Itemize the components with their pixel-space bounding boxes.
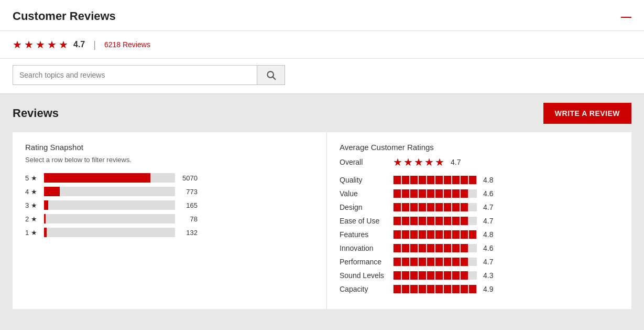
- reviews-title: Reviews: [13, 107, 59, 120]
- avg-metric-value: 4.7: [483, 258, 498, 266]
- right-panel: Average Customer Ratings Overall ★ ★ ★ ★…: [327, 132, 631, 309]
- write-review-button[interactable]: WRITE A REVIEW: [543, 103, 631, 124]
- rating-row-label: 5 ★: [25, 174, 40, 182]
- search-container: [13, 65, 285, 85]
- avg-bar-track: [393, 230, 477, 239]
- rating-bar-count: 773: [179, 188, 198, 196]
- seg-filled: [402, 176, 409, 184]
- seg-filled: [410, 176, 418, 184]
- avg-metric-row: Value4.6: [340, 189, 619, 198]
- rating-bar-fill: [44, 214, 46, 223]
- left-panel: Rating Snapshot Select a row below to fi…: [13, 132, 327, 309]
- seg-filled: [394, 258, 401, 266]
- seg-filled: [461, 176, 468, 184]
- rating-row-label: 1 ★: [25, 229, 40, 237]
- seg-filled: [461, 203, 468, 211]
- avg-metric-row: Capacity4.9: [340, 285, 619, 293]
- avg-metric-row: Sound Levels4.3: [340, 271, 619, 280]
- collapse-icon[interactable]: —: [621, 11, 631, 22]
- seg-filled: [419, 244, 426, 252]
- avg-metric-value: 4.6: [483, 189, 498, 198]
- reviews-section: Reviews WRITE A REVIEW Rating Snapshot S…: [0, 94, 644, 317]
- overall-star-4: ★: [424, 156, 434, 168]
- avg-bar-track: [393, 217, 477, 225]
- avg-metric-value: 4.3: [483, 271, 498, 280]
- seg-filled: [402, 230, 409, 239]
- review-count-link[interactable]: 6218 Reviews: [104, 40, 150, 49]
- seg-filled: [427, 285, 434, 293]
- seg-filled: [435, 176, 443, 184]
- rating-row[interactable]: 5 ★5070: [25, 173, 314, 183]
- seg-filled: [444, 230, 451, 239]
- seg-filled: [435, 271, 443, 280]
- seg-filled: [427, 176, 434, 184]
- avg-metric-row: Innovation4.6: [340, 244, 619, 252]
- overall-stars: ★ ★ ★ ★ ★: [393, 156, 444, 168]
- overall-star-2: ★: [403, 156, 413, 168]
- seg-filled: [444, 189, 451, 198]
- seg-filled: [469, 230, 476, 239]
- reviews-header: Reviews WRITE A REVIEW: [13, 103, 631, 124]
- avg-metric-row: Performance4.7: [340, 258, 619, 266]
- rating-row[interactable]: 1 ★132: [25, 228, 314, 237]
- seg-filled: [410, 285, 418, 293]
- overall-label: Overall: [340, 158, 387, 166]
- seg-empty: [469, 244, 476, 252]
- seg-filled: [444, 271, 451, 280]
- seg-filled: [435, 203, 443, 211]
- seg-filled: [394, 176, 401, 184]
- page-title: Customer Reviews: [13, 9, 116, 23]
- seg-filled: [427, 230, 434, 239]
- search-input[interactable]: [13, 66, 257, 84]
- rating-row[interactable]: 4 ★773: [25, 187, 314, 196]
- search-button[interactable]: [257, 66, 285, 84]
- star-1-icon: ★: [13, 38, 22, 51]
- seg-filled: [444, 285, 451, 293]
- seg-filled: [461, 230, 468, 239]
- seg-empty: [469, 217, 476, 225]
- seg-filled: [402, 244, 409, 252]
- rating-bar-track: [44, 187, 175, 196]
- overall-star-5: ★: [435, 156, 444, 168]
- seg-filled: [435, 217, 443, 225]
- star-2-icon: ★: [24, 38, 34, 51]
- rating-row[interactable]: 3 ★165: [25, 200, 314, 210]
- rating-bar-track: [44, 173, 175, 183]
- avg-metric-row: Quality4.8: [340, 176, 619, 184]
- seg-filled: [461, 285, 468, 293]
- seg-filled: [402, 217, 409, 225]
- avg-bar-track: [393, 189, 477, 198]
- avg-metric-value: 4.9: [483, 285, 498, 293]
- overall-rating-value: 4.7: [451, 158, 461, 166]
- seg-filled: [427, 244, 434, 252]
- rating-bar-fill: [44, 173, 150, 183]
- avg-metric-label: Capacity: [340, 285, 387, 293]
- seg-filled: [444, 176, 451, 184]
- avg-metric-label: Features: [340, 230, 387, 239]
- rating-row-label: 4 ★: [25, 188, 40, 196]
- star-5-icon: ★: [59, 38, 68, 51]
- avg-metric-value: 4.6: [483, 244, 498, 252]
- seg-filled: [461, 217, 468, 225]
- seg-filled: [410, 271, 418, 280]
- seg-filled: [394, 285, 401, 293]
- star-4-icon: ★: [47, 38, 57, 51]
- avg-bar-track: [393, 176, 477, 184]
- seg-filled: [410, 230, 418, 239]
- avg-bar-track: [393, 203, 477, 211]
- avg-metric-label: Innovation: [340, 244, 387, 252]
- rating-summary-bar: ★ ★ ★ ★ ★ 4.7 | 6218 Reviews: [0, 31, 644, 59]
- avg-metric-label: Sound Levels: [340, 271, 387, 280]
- seg-filled: [419, 285, 426, 293]
- seg-filled: [419, 258, 426, 266]
- rating-row[interactable]: 2 ★78: [25, 214, 314, 223]
- star-3-icon: ★: [36, 38, 45, 51]
- avg-bar-track: [393, 271, 477, 280]
- seg-filled: [435, 258, 443, 266]
- seg-filled: [427, 189, 434, 198]
- divider: |: [93, 39, 96, 50]
- rating-bar-count: 5070: [179, 174, 198, 182]
- avg-ratings-heading: Average Customer Ratings: [340, 143, 619, 152]
- avg-metric-label: Performance: [340, 258, 387, 266]
- seg-filled: [461, 271, 468, 280]
